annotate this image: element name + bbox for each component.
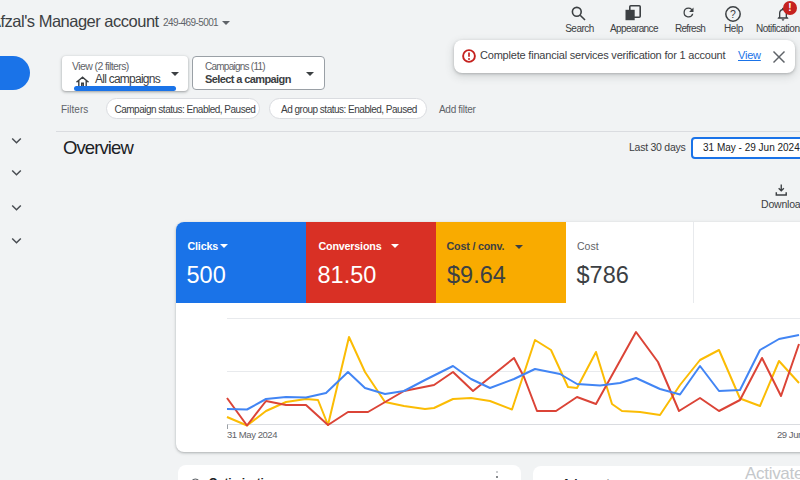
svg-text:?: ? [730,7,736,19]
